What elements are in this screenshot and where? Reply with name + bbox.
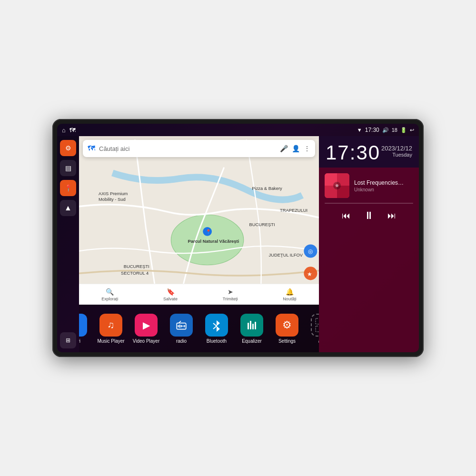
svg-text:JUDEŢUL ILFOV: JUDEŢUL ILFOV <box>269 253 303 258</box>
home-icon[interactable]: ⌂ <box>62 127 66 134</box>
sidebar-settings-button[interactable]: ⚙ <box>60 140 76 156</box>
svg-text:AXIS Premium: AXIS Premium <box>99 191 128 196</box>
radio-icon <box>170 314 193 337</box>
music-player-label: Music Player <box>97 338 124 344</box>
news-icon: 🔔 <box>286 288 294 296</box>
music-prev-button[interactable]: ⏮ <box>342 211 350 221</box>
music-widget: Lost Frequencies_Janie... Unknown ⏮ ⏸ ⏭ <box>319 168 419 352</box>
settings-label: Settings <box>278 338 296 344</box>
account-icon[interactable]: 👤 <box>292 145 300 152</box>
svg-text:BUCUREȘTI: BUCUREȘTI <box>249 222 275 227</box>
wifi-icon: ▼ <box>357 127 362 133</box>
battery-count: 18 <box>392 127 397 133</box>
svg-rect-31 <box>316 318 319 324</box>
clock-year: 2023/12/12 <box>381 145 412 152</box>
saved-label: Salvate <box>163 297 178 301</box>
files-icon: ▤ <box>65 164 71 172</box>
video-player-icon: ▶ <box>135 314 158 337</box>
sidebar-apps-button[interactable]: ⊞ <box>60 332 76 348</box>
grid-icon: ⊞ <box>66 337 70 344</box>
app-music-player[interactable]: ♫ Music Player <box>95 314 127 344</box>
music-info-row: Lost Frequencies_Janie... Unknown <box>325 173 413 198</box>
explore-icon: 🔍 <box>106 288 114 296</box>
svg-text:Mobility - Sud: Mobility - Sud <box>99 197 126 202</box>
add-icon <box>311 314 319 337</box>
status-time: 17:30 <box>365 127 379 133</box>
equalizer-label: Equalizer <box>242 338 262 344</box>
sidebar-nav-button[interactable]: ▲ <box>60 200 76 216</box>
map-background: Parcul Natural Văcărești BUCUREȘTI BUCUR… <box>79 136 319 305</box>
app-settings[interactable]: ⚙ Settings <box>271 314 303 344</box>
menu-dots-icon[interactable]: ⋮ <box>304 145 310 152</box>
navi-label: Navi <box>79 338 80 344</box>
svg-line-26 <box>213 326 217 329</box>
app-bluetooth[interactable]: Bluetooth <box>200 314 233 344</box>
clock-widget: 17:30 2023/12/12 Tuesday <box>319 136 419 168</box>
device-frame: ⌂ 🗺 ▼ 17:30 🔊 18 🔋 ↩ ⚙ ▤ <box>52 119 424 357</box>
status-bar-left: ⌂ 🗺 <box>62 127 76 134</box>
app-grid: ▲ Navi ♫ Music Player ▶ <box>79 305 319 352</box>
location-icon: 📍 <box>64 184 72 192</box>
maps-icon[interactable]: 🗺 <box>69 127 76 134</box>
sidebar-map-button[interactable]: 📍 <box>60 180 76 196</box>
svg-text:BUCUREȘTI: BUCUREȘTI <box>124 264 149 269</box>
explore-label: Explorați <box>101 297 118 301</box>
music-next-button[interactable]: ⏭ <box>387 211 396 221</box>
equalizer-icon <box>240 314 263 337</box>
map-saved-button[interactable]: 🔖 Salvate <box>163 288 178 301</box>
left-sidebar: ⚙ ▤ 📍 ▲ ⊞ <box>57 136 79 352</box>
status-bar: ⌂ 🗺 ▼ 17:30 🔊 18 🔋 ↩ <box>57 124 419 136</box>
status-bar-right: ▼ 17:30 🔊 18 🔋 ↩ <box>357 127 414 133</box>
bluetooth-icon <box>205 314 228 337</box>
svg-point-39 <box>336 184 338 187</box>
settings-app-icon: ⚙ <box>276 314 298 337</box>
mic-icon[interactable]: 🎤 <box>280 145 288 152</box>
app-add[interactable]: add <box>306 314 319 344</box>
device-screen: ⌂ 🗺 ▼ 17:30 🔊 18 🔋 ↩ ⚙ ▤ <box>57 124 419 352</box>
video-player-label: Video Player <box>133 338 160 344</box>
music-progress-bar[interactable] <box>325 203 413 204</box>
sidebar-files-button[interactable]: ▤ <box>60 160 76 176</box>
map-explore-button[interactable]: 🔍 Explorați <box>101 288 118 301</box>
map-share-button[interactable]: ➤ Trimiteți <box>223 288 238 301</box>
share-label: Trimiteți <box>223 297 238 301</box>
svg-rect-29 <box>252 324 254 329</box>
svg-text:◎: ◎ <box>308 248 313 254</box>
music-text-info: Lost Frequencies_Janie... Unknown <box>354 179 407 192</box>
map-bottom-bar: 🔍 Explorați 🔖 Salvate ➤ Trimiteți 🔔 <box>79 284 319 305</box>
app-navi[interactable]: ▲ Navi <box>79 314 92 344</box>
app-video-player[interactable]: ▶ Video Player <box>130 314 162 344</box>
clock-time: 17:30 <box>326 143 380 163</box>
app-radio[interactable]: radio <box>165 314 198 344</box>
music-title: Lost Frequencies_Janie... <box>354 179 407 186</box>
svg-rect-28 <box>250 321 251 329</box>
music-controls: ⏮ ⏸ ⏭ <box>325 209 413 222</box>
music-play-pause-button[interactable]: ⏸ <box>364 209 374 222</box>
saved-icon: 🔖 <box>167 288 175 296</box>
svg-rect-33 <box>316 326 319 332</box>
main-content: ⚙ ▤ 📍 ▲ ⊞ <box>57 136 419 352</box>
svg-rect-30 <box>255 322 256 329</box>
music-album-art <box>325 173 349 198</box>
clock-day: Tuesday <box>381 152 412 158</box>
back-icon[interactable]: ↩ <box>410 127 414 133</box>
google-maps-icon: 🗺 <box>88 144 95 153</box>
svg-rect-27 <box>248 323 249 329</box>
svg-text:SECTORUL 4: SECTORUL 4 <box>121 271 149 276</box>
map-container[interactable]: Parcul Natural Văcărești BUCUREȘTI BUCUR… <box>79 136 319 305</box>
radio-label: radio <box>176 338 187 344</box>
share-icon: ➤ <box>228 288 233 296</box>
svg-text:Parcul Natural Văcărești: Parcul Natural Văcărești <box>188 239 239 244</box>
volume-icon: 🔊 <box>382 127 389 133</box>
album-art-image <box>325 173 349 198</box>
center-content: Parcul Natural Văcărești BUCUREȘTI BUCUR… <box>79 136 319 352</box>
news-label: Noutăți <box>283 297 297 301</box>
settings-icon: ⚙ <box>65 144 71 152</box>
map-search-bar[interactable]: 🗺 Căutați aici 🎤 👤 ⋮ <box>83 140 315 157</box>
svg-text:TRAPEZULUI: TRAPEZULUI <box>280 208 307 213</box>
clock-time-display: 17:30 <box>326 143 380 163</box>
svg-line-25 <box>213 323 217 326</box>
app-equalizer[interactable]: Equalizer <box>236 314 268 344</box>
navi-icon: ▲ <box>79 314 87 337</box>
map-news-button[interactable]: 🔔 Noutăți <box>283 288 297 301</box>
